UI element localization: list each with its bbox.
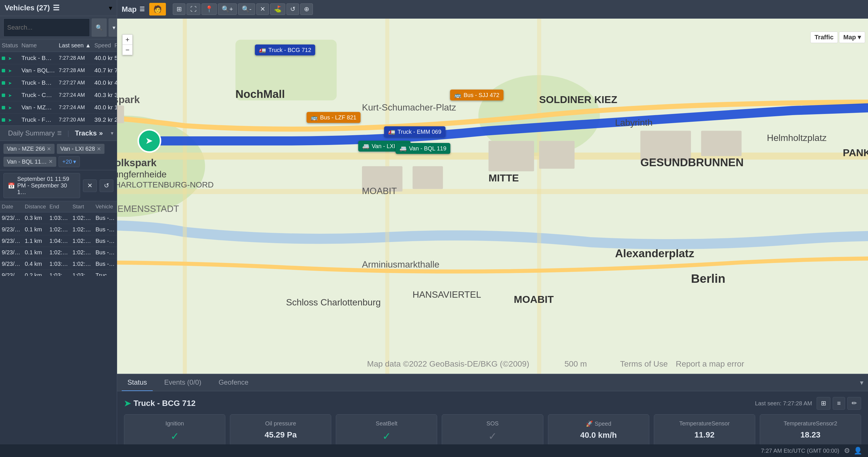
zoom-in-map-button[interactable]: 🔍+ bbox=[218, 3, 237, 15]
vehicle-row[interactable]: ➤ Truck - BCG 71… 7:27:28 AM 40.0 km/h 5… bbox=[0, 52, 117, 64]
date-range-box[interactable]: 📅 September 01 11:59 PM - September 30 1… bbox=[3, 173, 80, 198]
user-icon[interactable]: 👤 bbox=[854, 447, 862, 455]
fit-bounds-button[interactable]: ⛶ bbox=[187, 3, 200, 15]
search-input[interactable] bbox=[3, 19, 90, 37]
vehicle-status-cell: ➤ bbox=[0, 114, 20, 126]
chip-more-dropdown-icon: ▾ bbox=[73, 158, 76, 165]
track-date: 9/23/2022 bbox=[0, 224, 23, 235]
chip-close-van-mze[interactable]: ✕ bbox=[47, 146, 51, 152]
track-row[interactable]: 9/23/2022 0.2 km 1:03:45 PM 1:03:06 PM T… bbox=[0, 270, 117, 276]
col-header-distance: Distance bbox=[23, 201, 48, 212]
track-row[interactable]: 9/23/2022 0.1 km 1:02:45 PM 1:02:33 PM B… bbox=[0, 224, 117, 235]
svg-text:Map data ©2022 GeoBasis-DE/BKG: Map data ©2022 GeoBasis-DE/BKG (©2009) bbox=[367, 359, 529, 368]
chip-more[interactable]: +20 ▾ bbox=[59, 156, 80, 167]
track-end: 1:02:50 PM bbox=[48, 247, 71, 258]
route-button[interactable]: ⛳ bbox=[270, 3, 285, 15]
col-header-date: Date bbox=[0, 201, 23, 212]
track-date: 9/23/2022 bbox=[0, 212, 23, 224]
vehicle-status-cell: ➤ bbox=[0, 64, 20, 77]
edit-button[interactable]: ✏ bbox=[847, 397, 861, 409]
tabs-dropdown[interactable]: ▾ bbox=[111, 130, 113, 136]
track-start: 1:02:53 PM bbox=[71, 258, 94, 270]
svg-text:PANKOW: PANKOW bbox=[843, 147, 868, 158]
search-button[interactable]: 🔍 bbox=[92, 19, 107, 37]
vehicle-fuel-cell: 53.19 l bbox=[113, 52, 117, 64]
map-label-van-bql[interactable]: 🚐 Van - BQL 119 bbox=[396, 143, 451, 154]
col-header-lastseen[interactable]: Last seen ▲ bbox=[57, 39, 93, 52]
refresh-map-button[interactable]: ↺ bbox=[286, 3, 299, 15]
zoom-out-button[interactable]: − bbox=[122, 45, 133, 55]
bottom-dropdown-arrow[interactable]: ▾ bbox=[860, 378, 863, 387]
tab-geofence[interactable]: Geofence bbox=[213, 374, 254, 391]
vehicle-status-cell: ➤ bbox=[0, 89, 20, 101]
map-label-bus-lzf[interactable]: 🚌 Bus - LZF 821 bbox=[307, 112, 361, 123]
col-header-vehicle: Vehicle bbox=[94, 201, 117, 212]
svg-text:Berlin: Berlin bbox=[691, 272, 725, 285]
chip-close-van-bql[interactable]: ✕ bbox=[49, 158, 53, 165]
list-view-button[interactable]: ≡ bbox=[833, 397, 845, 409]
zoom-in-button[interactable]: + bbox=[122, 34, 133, 45]
track-date: 9/23/2022 bbox=[0, 258, 23, 270]
layers-button[interactable]: ⊕ bbox=[300, 3, 313, 15]
vehicle-fuel-cell: 71.36 l bbox=[113, 64, 117, 77]
sensor-card-ignition: Ignition ✓ bbox=[124, 414, 225, 448]
chip-close-van-lxi[interactable]: ✕ bbox=[97, 146, 101, 152]
vehicle-lastseen-cell: 7:27:24 AM bbox=[57, 89, 93, 101]
traffic-button[interactable]: Traffic bbox=[810, 32, 838, 43]
col-header-name[interactable]: Name bbox=[20, 39, 57, 52]
track-row[interactable]: 9/23/2022 0.3 km 1:03:22 PM 1:02:29 PM B… bbox=[0, 212, 117, 224]
date-refresh-button[interactable]: ↺ bbox=[100, 179, 113, 192]
vehicle-speed-cell: 40.0 km/h bbox=[93, 101, 113, 114]
track-vehicle: Bus - LZF … bbox=[94, 247, 117, 258]
col-header-speed: Speed bbox=[93, 39, 113, 52]
chip-van-lxi[interactable]: Van - LXI 628 ✕ bbox=[57, 144, 104, 154]
svg-text:Businesspark: Businesspark bbox=[117, 94, 140, 105]
map-area: Map ☰ 🧑 ⊞ ⛶ 📍 🔍+ 🔍- ✕ ⛳ ↺ ⊕ bbox=[117, 0, 868, 374]
track-end: 1:02:45 PM bbox=[48, 224, 71, 235]
vehicle-fuel-cell: 20.84 l bbox=[113, 114, 117, 126]
track-start: 1:02:29 PM bbox=[71, 212, 94, 224]
bus-sjj-icon: 🚌 bbox=[454, 92, 461, 98]
vehicle-row[interactable]: ➤ Van - BQL 119 7:27:28 AM 40.7 km/h 71.… bbox=[0, 64, 117, 77]
vehicle-name-cell: Truck - BCG 71… bbox=[20, 52, 57, 64]
track-row[interactable]: 9/23/2022 0.1 km 1:02:50 PM 1:02:39 PM B… bbox=[0, 247, 117, 258]
tab-tracks[interactable]: Tracks » bbox=[70, 126, 107, 141]
map-content[interactable]: Businesspark SIEMENSSTADT Volkspark Jung… bbox=[117, 14, 868, 374]
map-type-button[interactable]: Map ▾ bbox=[839, 32, 865, 43]
track-distance: 0.2 km bbox=[23, 270, 48, 276]
chip-van-bql[interactable]: Van - BQL 11… ✕ bbox=[3, 157, 56, 167]
map-label-bus-sjj[interactable]: 🚌 Bus - SJJ 472 bbox=[450, 90, 503, 100]
track-row[interactable]: 9/23/2022 0.4 km 1:03:46 PM 1:02:53 PM B… bbox=[0, 258, 117, 270]
tab-events[interactable]: Events (0/0) bbox=[158, 374, 207, 391]
svg-text:Helmholtzplatz: Helmholtzplatz bbox=[767, 133, 827, 143]
sensor-card-temp1: TemperatureSensor 11.92 bbox=[654, 414, 755, 448]
map-label-truck-emm[interactable]: 🚛 Truck - EMM 069 bbox=[384, 126, 445, 137]
track-row[interactable]: 9/23/2022 1.1 km 1:04:54 PM 1:02:36 PM B… bbox=[0, 235, 117, 247]
vehicle-row[interactable]: ➤ Truck - CZZ 94… 7:27:24 AM 40.3 km/h 3… bbox=[0, 89, 117, 101]
svg-text:Labyrinth: Labyrinth bbox=[615, 117, 653, 128]
vehicle-row[interactable]: ➤ Truck - FHP 78… 7:27:20 AM 39.2 km/h 2… bbox=[0, 114, 117, 126]
vehicle-row[interactable]: ➤ Van - MZE 266 7:27:24 AM 40.0 km/h 18.… bbox=[0, 101, 117, 114]
svg-rect-16 bbox=[489, 141, 534, 171]
pin-button[interactable]: 📍 bbox=[202, 3, 217, 15]
map-menu-icon: ☰ bbox=[140, 6, 145, 12]
date-clear-button[interactable]: ✕ bbox=[83, 179, 97, 192]
close-map-button[interactable]: ✕ bbox=[256, 3, 269, 15]
grid-view-button[interactable]: ⊞ bbox=[817, 397, 830, 409]
tab-status[interactable]: Status bbox=[122, 374, 153, 391]
tab-daily-summary[interactable]: Daily Summary ☰ bbox=[3, 126, 66, 141]
person-button[interactable]: 🧑 bbox=[149, 3, 166, 16]
zoom-out-map-button[interactable]: 🔍- bbox=[238, 3, 255, 15]
track-vehicle: Bus - SCP… bbox=[94, 224, 117, 235]
map-label-truck-bcg[interactable]: 🚛 Truck - BCG 712 bbox=[255, 44, 315, 55]
vehicles-title: Vehicles (27) bbox=[5, 3, 50, 12]
svg-text:MOABIT: MOABIT bbox=[362, 186, 397, 196]
grid-button[interactable]: ⊞ bbox=[173, 3, 185, 15]
vehicle-row[interactable]: ➤ Truck - BRX 89… 7:27:27 AM 40.0 km/h 4… bbox=[0, 77, 117, 89]
chip-van-mze[interactable]: Van - MZE 266 ✕ bbox=[3, 144, 55, 154]
settings-icon[interactable]: ⚙ bbox=[844, 447, 850, 455]
tabs-panel: Daily Summary ☰ | Tracks » ▾ Van - MZE 2… bbox=[0, 125, 117, 276]
track-distance: 0.4 km bbox=[23, 258, 48, 270]
track-end: 1:03:45 PM bbox=[48, 270, 71, 276]
panel-dropdown-arrow[interactable]: ▾ bbox=[109, 4, 112, 12]
